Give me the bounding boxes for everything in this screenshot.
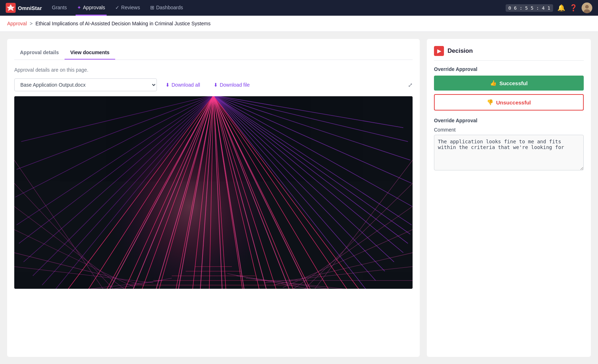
nav-item-reviews[interactable]: ✓ Reviews (114, 0, 142, 16)
omnistar-logo-icon (6, 3, 16, 13)
navbar: OmniStar Grants ✦ Approvals ✓ Reviews ⊞ … (0, 0, 598, 16)
nav-right: 0 6 : 5 5 : 4 1 🔔 ❓ (506, 2, 592, 13)
brand-name: OmniStar (18, 5, 42, 11)
brand: OmniStar (6, 3, 42, 13)
decision-header: ▶ Decision (434, 46, 584, 61)
main-content: Approval details View documents Approval… (0, 32, 598, 364)
thumbs-up-icon: 👍 (490, 80, 497, 86)
download-file-icon: ⬇ (214, 82, 218, 88)
document-controls: Base Application Output.docx ⬇ Download … (14, 78, 413, 91)
nav-item-grants[interactable]: Grants (51, 0, 68, 16)
override-approval-label-2: Override Approval (434, 118, 584, 123)
decision-arrow-icon: ▶ (434, 46, 444, 56)
thumbs-down-icon: 👎 (487, 99, 494, 106)
tab-view-documents[interactable]: View documents (65, 46, 115, 60)
session-timer: 0 6 : 5 5 : 4 1 (506, 4, 553, 12)
tabs: Approval details View documents (14, 46, 413, 60)
successful-button[interactable]: 👍 Successful (434, 76, 584, 91)
nav-items: Grants ✦ Approvals ✓ Reviews ⊞ Dashboard… (51, 0, 497, 16)
download-file-button[interactable]: ⬇ Download file (209, 79, 255, 91)
comment-label: Comment (434, 127, 584, 133)
left-panel: Approval details View documents Approval… (7, 39, 420, 357)
breadcrumb-current: Ethical Implications of AI-Assisted Deci… (35, 21, 210, 26)
decision-title: Decision (448, 47, 473, 55)
document-preview (14, 96, 413, 289)
override-approval-label: Override Approval (434, 66, 584, 72)
nav-item-dashboards[interactable]: ⊞ Dashboards (149, 0, 185, 16)
help-button[interactable]: ❓ (569, 4, 577, 12)
tab-description: Approval details are on this page. (14, 67, 413, 73)
breadcrumb-separator: > (30, 21, 32, 26)
avatar-image (582, 2, 592, 13)
right-panel: ▶ Decision Override Approval 👍 Successfu… (427, 39, 591, 357)
expand-button[interactable]: ⤢ (408, 82, 413, 88)
tab-approval-details[interactable]: Approval details (14, 46, 65, 60)
comment-textarea[interactable]: The application looks fine to me and fit… (434, 135, 584, 170)
breadcrumb-link[interactable]: Approval (7, 21, 27, 26)
preview-image (14, 96, 413, 289)
notifications-button[interactable]: 🔔 (557, 4, 565, 12)
nav-item-approvals[interactable]: ✦ Approvals (76, 0, 107, 16)
document-select[interactable]: Base Application Output.docx (14, 78, 157, 91)
user-avatar[interactable] (582, 2, 592, 13)
unsuccessful-button[interactable]: 👎 Unsuccessful (434, 94, 584, 111)
download-all-icon: ⬇ (165, 82, 170, 88)
download-all-button[interactable]: ⬇ Download all (160, 79, 205, 91)
svg-point-3 (585, 5, 589, 9)
breadcrumb: Approval > Ethical Implications of AI-As… (0, 16, 598, 32)
